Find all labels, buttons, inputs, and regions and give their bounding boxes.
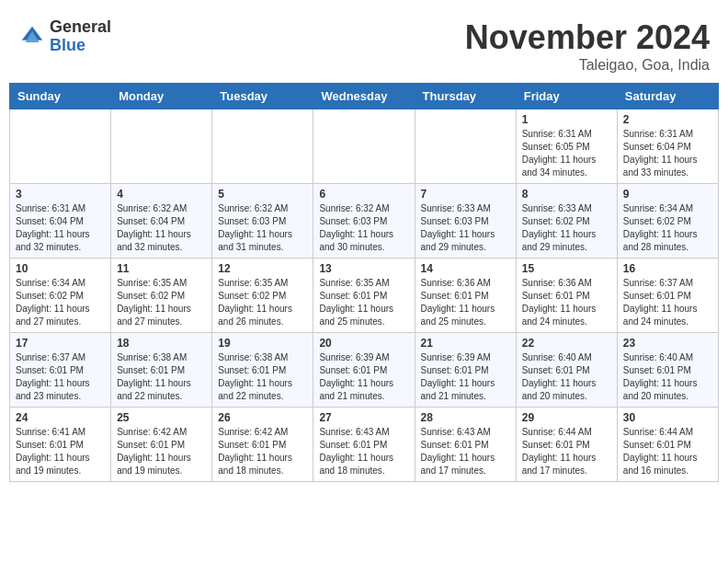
day-number: 20 bbox=[319, 337, 408, 350]
weekday-header-thursday: Thursday bbox=[415, 84, 516, 109]
day-number: 1 bbox=[522, 113, 611, 126]
day-number: 11 bbox=[117, 262, 206, 275]
day-info: Sunrise: 6:42 AM Sunset: 6:01 PM Dayligh… bbox=[117, 426, 206, 477]
weekday-header-wednesday: Wednesday bbox=[313, 84, 415, 109]
day-info: Sunrise: 6:31 AM Sunset: 6:05 PM Dayligh… bbox=[522, 128, 611, 179]
calendar-table: SundayMondayTuesdayWednesdayThursdayFrid… bbox=[9, 83, 719, 482]
day-info: Sunrise: 6:40 AM Sunset: 6:01 PM Dayligh… bbox=[623, 351, 712, 403]
calendar-cell: 6Sunrise: 6:32 AM Sunset: 6:03 PM Daylig… bbox=[313, 184, 415, 259]
day-info: Sunrise: 6:33 AM Sunset: 6:02 PM Dayligh… bbox=[522, 202, 611, 254]
day-info: Sunrise: 6:43 AM Sunset: 6:01 PM Dayligh… bbox=[421, 426, 510, 477]
day-number: 22 bbox=[522, 337, 611, 350]
day-info: Sunrise: 6:37 AM Sunset: 6:01 PM Dayligh… bbox=[623, 277, 712, 328]
day-info: Sunrise: 6:43 AM Sunset: 6:01 PM Dayligh… bbox=[319, 426, 408, 477]
calendar-cell bbox=[415, 109, 516, 184]
calendar-week-row: 3Sunrise: 6:31 AM Sunset: 6:04 PM Daylig… bbox=[10, 184, 719, 259]
calendar-cell: 5Sunrise: 6:32 AM Sunset: 6:03 PM Daylig… bbox=[212, 184, 313, 259]
calendar-cell: 10Sunrise: 6:34 AM Sunset: 6:02 PM Dayli… bbox=[10, 259, 111, 333]
calendar-cell: 3Sunrise: 6:31 AM Sunset: 6:04 PM Daylig… bbox=[10, 184, 111, 259]
calendar-cell bbox=[10, 109, 111, 184]
day-info: Sunrise: 6:34 AM Sunset: 6:02 PM Dayligh… bbox=[16, 277, 105, 328]
day-number: 27 bbox=[319, 411, 408, 424]
day-number: 7 bbox=[421, 188, 510, 201]
day-info: Sunrise: 6:36 AM Sunset: 6:01 PM Dayligh… bbox=[421, 277, 510, 328]
day-number: 25 bbox=[117, 411, 206, 424]
day-info: Sunrise: 6:36 AM Sunset: 6:01 PM Dayligh… bbox=[522, 277, 611, 328]
day-info: Sunrise: 6:35 AM Sunset: 6:02 PM Dayligh… bbox=[218, 277, 307, 328]
logo-general-text: General bbox=[50, 18, 111, 37]
calendar-week-row: 24Sunrise: 6:41 AM Sunset: 6:01 PM Dayli… bbox=[10, 408, 719, 482]
calendar-cell: 24Sunrise: 6:41 AM Sunset: 6:01 PM Dayli… bbox=[10, 408, 111, 482]
day-number: 12 bbox=[218, 262, 307, 275]
calendar-cell: 28Sunrise: 6:43 AM Sunset: 6:01 PM Dayli… bbox=[415, 408, 516, 482]
calendar-cell: 13Sunrise: 6:35 AM Sunset: 6:01 PM Dayli… bbox=[313, 259, 415, 333]
location-title: Taleigao, Goa, India bbox=[465, 57, 710, 74]
calendar-cell: 30Sunrise: 6:44 AM Sunset: 6:01 PM Dayli… bbox=[617, 408, 718, 482]
day-info: Sunrise: 6:35 AM Sunset: 6:02 PM Dayligh… bbox=[117, 277, 206, 328]
day-number: 30 bbox=[623, 411, 712, 424]
day-number: 9 bbox=[623, 188, 712, 201]
day-number: 18 bbox=[117, 337, 206, 350]
day-number: 8 bbox=[522, 188, 611, 201]
day-number: 6 bbox=[319, 188, 408, 201]
weekday-header-sunday: Sunday bbox=[10, 84, 111, 109]
calendar-cell: 26Sunrise: 6:42 AM Sunset: 6:01 PM Dayli… bbox=[212, 408, 313, 482]
day-info: Sunrise: 6:38 AM Sunset: 6:01 PM Dayligh… bbox=[117, 351, 206, 403]
calendar-cell: 15Sunrise: 6:36 AM Sunset: 6:01 PM Dayli… bbox=[516, 259, 617, 333]
month-title: November 2024 bbox=[465, 18, 710, 57]
day-number: 4 bbox=[117, 188, 206, 201]
calendar-cell bbox=[313, 109, 415, 184]
day-number: 28 bbox=[421, 411, 510, 424]
day-info: Sunrise: 6:41 AM Sunset: 6:01 PM Dayligh… bbox=[16, 426, 105, 477]
calendar-week-row: 10Sunrise: 6:34 AM Sunset: 6:02 PM Dayli… bbox=[10, 259, 719, 333]
calendar-cell: 7Sunrise: 6:33 AM Sunset: 6:03 PM Daylig… bbox=[415, 184, 516, 259]
day-info: Sunrise: 6:31 AM Sunset: 6:04 PM Dayligh… bbox=[623, 128, 712, 179]
day-number: 21 bbox=[421, 337, 510, 350]
title-block: November 2024 Taleigao, Goa, India bbox=[465, 18, 710, 74]
day-info: Sunrise: 6:34 AM Sunset: 6:02 PM Dayligh… bbox=[623, 202, 712, 254]
day-number: 2 bbox=[623, 113, 712, 126]
day-number: 26 bbox=[218, 411, 307, 424]
day-number: 10 bbox=[16, 262, 105, 275]
day-number: 5 bbox=[218, 188, 307, 201]
calendar-cell: 4Sunrise: 6:32 AM Sunset: 6:04 PM Daylig… bbox=[111, 184, 212, 259]
calendar-cell bbox=[212, 109, 313, 184]
calendar-cell: 9Sunrise: 6:34 AM Sunset: 6:02 PM Daylig… bbox=[617, 184, 718, 259]
calendar-cell: 23Sunrise: 6:40 AM Sunset: 6:01 PM Dayli… bbox=[617, 333, 718, 408]
logo-text: General Blue bbox=[50, 18, 111, 55]
calendar-cell: 29Sunrise: 6:44 AM Sunset: 6:01 PM Dayli… bbox=[516, 408, 617, 482]
day-number: 24 bbox=[16, 411, 105, 424]
calendar-week-row: 17Sunrise: 6:37 AM Sunset: 6:01 PM Dayli… bbox=[10, 333, 719, 408]
day-number: 29 bbox=[522, 411, 611, 424]
calendar-cell: 1Sunrise: 6:31 AM Sunset: 6:05 PM Daylig… bbox=[516, 109, 617, 184]
day-number: 14 bbox=[421, 262, 510, 275]
calendar-cell: 18Sunrise: 6:38 AM Sunset: 6:01 PM Dayli… bbox=[111, 333, 212, 408]
logo-icon bbox=[18, 23, 46, 51]
weekday-header-monday: Monday bbox=[111, 84, 212, 109]
weekday-header-friday: Friday bbox=[516, 84, 617, 109]
day-info: Sunrise: 6:33 AM Sunset: 6:03 PM Dayligh… bbox=[421, 202, 510, 254]
day-number: 17 bbox=[16, 337, 105, 350]
day-info: Sunrise: 6:37 AM Sunset: 6:01 PM Dayligh… bbox=[16, 351, 105, 403]
day-info: Sunrise: 6:38 AM Sunset: 6:01 PM Dayligh… bbox=[218, 351, 307, 403]
day-info: Sunrise: 6:32 AM Sunset: 6:03 PM Dayligh… bbox=[218, 202, 307, 254]
day-info: Sunrise: 6:32 AM Sunset: 6:04 PM Dayligh… bbox=[117, 202, 206, 254]
day-info: Sunrise: 6:44 AM Sunset: 6:01 PM Dayligh… bbox=[623, 426, 712, 477]
calendar-cell: 11Sunrise: 6:35 AM Sunset: 6:02 PM Dayli… bbox=[111, 259, 212, 333]
weekday-header-tuesday: Tuesday bbox=[212, 84, 313, 109]
day-info: Sunrise: 6:44 AM Sunset: 6:01 PM Dayligh… bbox=[522, 426, 611, 477]
weekday-header-saturday: Saturday bbox=[617, 84, 718, 109]
day-info: Sunrise: 6:32 AM Sunset: 6:03 PM Dayligh… bbox=[319, 202, 408, 254]
day-info: Sunrise: 6:39 AM Sunset: 6:01 PM Dayligh… bbox=[421, 351, 510, 403]
day-info: Sunrise: 6:31 AM Sunset: 6:04 PM Dayligh… bbox=[16, 202, 105, 254]
calendar-cell: 19Sunrise: 6:38 AM Sunset: 6:01 PM Dayli… bbox=[212, 333, 313, 408]
calendar-cell: 17Sunrise: 6:37 AM Sunset: 6:01 PM Dayli… bbox=[10, 333, 111, 408]
calendar-cell: 22Sunrise: 6:40 AM Sunset: 6:01 PM Dayli… bbox=[516, 333, 617, 408]
day-info: Sunrise: 6:42 AM Sunset: 6:01 PM Dayligh… bbox=[218, 426, 307, 477]
day-info: Sunrise: 6:35 AM Sunset: 6:01 PM Dayligh… bbox=[319, 277, 408, 328]
page-header: General Blue November 2024 Taleigao, Goa… bbox=[9, 9, 719, 78]
calendar-cell: 14Sunrise: 6:36 AM Sunset: 6:01 PM Dayli… bbox=[415, 259, 516, 333]
day-info: Sunrise: 6:39 AM Sunset: 6:01 PM Dayligh… bbox=[319, 351, 408, 403]
day-number: 15 bbox=[522, 262, 611, 275]
calendar-cell: 12Sunrise: 6:35 AM Sunset: 6:02 PM Dayli… bbox=[212, 259, 313, 333]
